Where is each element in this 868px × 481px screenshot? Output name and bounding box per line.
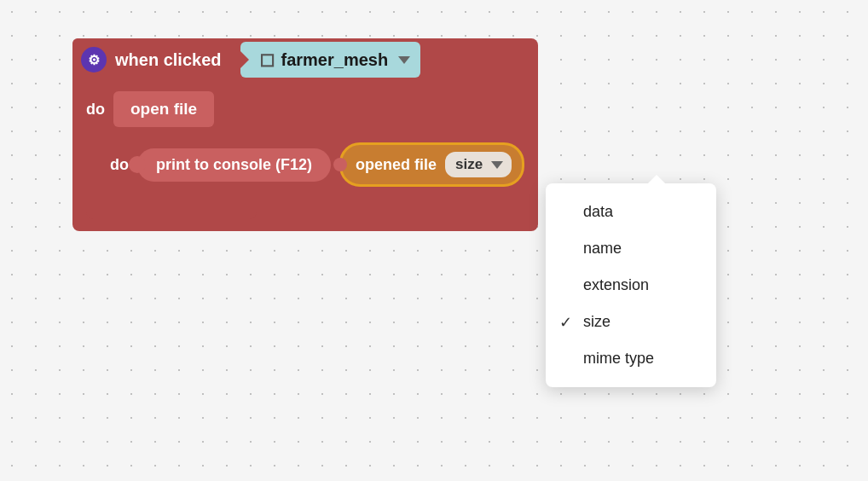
do-print-row: do print to console (F12) opened file si… <box>72 137 538 199</box>
opened-file-label: opened file <box>356 156 437 174</box>
do-label: do <box>86 101 105 119</box>
gear-icon: ⚙ <box>81 47 107 72</box>
size-label: size <box>455 156 483 173</box>
when-clicked-label: when clicked <box>115 50 222 70</box>
menu-item-name[interactable]: name <box>546 230 716 267</box>
mesh-block[interactable]: ◻ farmer_mesh <box>240 42 421 78</box>
size-dropdown[interactable]: size <box>445 152 512 177</box>
menu-item-extension[interactable]: extension <box>546 267 716 304</box>
menu-item-size-label: size <box>583 313 610 331</box>
mesh-icon: ◻ <box>259 49 275 71</box>
do-open-row: do open file <box>72 81 538 137</box>
event-block-container: ⚙ when clicked ◻ farmer_mesh do open fil… <box>72 38 538 231</box>
mesh-dropdown-arrow <box>398 56 410 64</box>
when-clicked-block[interactable]: ⚙ when clicked <box>72 38 237 81</box>
canvas: ⚙ when clicked ◻ farmer_mesh do open fil… <box>0 0 868 481</box>
open-file-block[interactable]: open file <box>113 91 214 127</box>
bottom-connector-tab <box>86 199 257 219</box>
menu-item-data[interactable]: data <box>546 194 716 230</box>
print-block[interactable]: print to console (F12) <box>137 148 331 182</box>
dropdown-menu: data name extension size mime type <box>546 183 716 387</box>
open-file-label: open file <box>130 100 197 118</box>
menu-item-mime-type[interactable]: mime type <box>546 340 716 377</box>
menu-item-size[interactable]: size <box>546 304 716 340</box>
menu-item-data-label: data <box>583 203 613 221</box>
print-label: print to console (F12) <box>156 156 312 173</box>
when-clicked-row: ⚙ when clicked ◻ farmer_mesh <box>72 38 538 81</box>
size-dropdown-arrow <box>491 161 503 169</box>
menu-item-mime-type-label: mime type <box>583 350 654 368</box>
opened-file-block[interactable]: opened file size <box>339 142 524 187</box>
menu-item-name-label: name <box>583 240 622 258</box>
mesh-label: farmer_mesh <box>281 50 389 70</box>
menu-item-extension-label: extension <box>583 276 649 294</box>
block-group: ⚙ when clicked ◻ farmer_mesh do open fil… <box>72 38 538 231</box>
do-inner-label: do <box>110 156 129 174</box>
